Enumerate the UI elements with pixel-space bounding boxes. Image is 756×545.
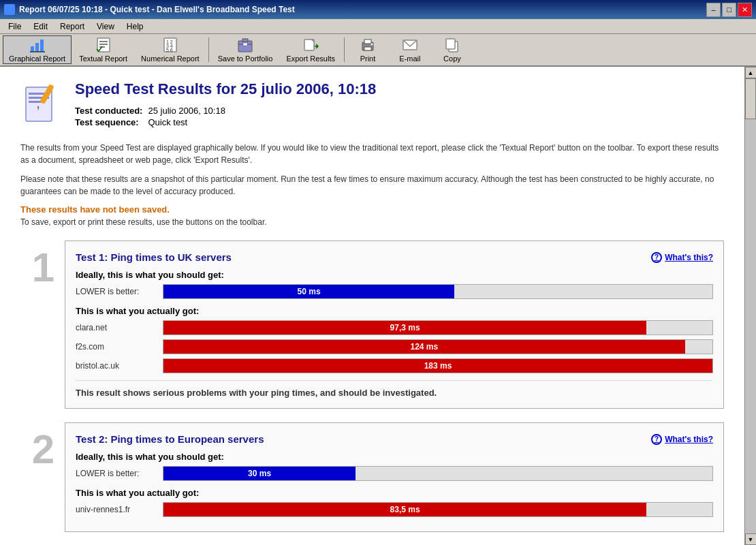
server-name-1-0: clara.net	[76, 323, 157, 332]
sequence-label: Test sequence:	[75, 116, 148, 128]
svg-rect-13	[242, 39, 248, 42]
maximize-button[interactable]: □	[722, 3, 736, 17]
ideal-label-2: Ideally, this is what you should get:	[76, 452, 713, 462]
test-box-1: Test 1: Ping times to UK servers ? What'…	[65, 240, 724, 409]
header-table: Test conducted: 25 julio 2006, 10:18 Tes…	[75, 105, 231, 128]
server-bar-row-1-0: clara.net 97,3 ms	[76, 320, 713, 335]
toolbar-copy[interactable]: Copy	[432, 35, 473, 64]
toolbar-numerical[interactable]: 1 2 3 4 5 6 Numerical Report	[135, 35, 206, 64]
server-bar-fill-1-2: 183 ms	[163, 359, 712, 373]
svg-rect-24	[446, 39, 455, 49]
copy-icon	[444, 37, 460, 53]
header-section: Speed Test Results for 25 julio 2006, 10…	[20, 80, 724, 128]
server-bar-fill-2-0: 83,5 ms	[163, 503, 646, 516]
scroll-up-arrow[interactable]: ▲	[745, 67, 757, 78]
copy-label: Copy	[443, 54, 461, 63]
what-this-2[interactable]: ? What's this?	[651, 434, 713, 445]
menu-help[interactable]: Help	[121, 20, 149, 33]
report-title: Speed Test Results for 25 julio 2006, 10…	[75, 80, 376, 98]
ideal-bar-2: 30 ms	[163, 466, 713, 481]
scroll-thumb[interactable]	[745, 78, 756, 119]
server-bar-fill-1-0: 97,3 ms	[163, 321, 646, 334]
svg-rect-28	[29, 101, 42, 103]
ideal-bar-value-1: 50 ms	[298, 287, 321, 296]
lower-label-1: LOWER is better:	[76, 287, 157, 296]
ideal-label-1: Ideally, this is what you should get:	[76, 270, 713, 280]
server-name-1-1: f2s.com	[76, 342, 157, 352]
description-para2: Please note that these results are a sna…	[20, 173, 724, 198]
sequence-value: Quick test	[148, 116, 230, 128]
server-bar-fill-1-1: 124 ms	[163, 340, 685, 354]
scroll-track[interactable]	[745, 78, 756, 533]
server-bar-1-1: 124 ms	[163, 339, 713, 354]
toolbar-email[interactable]: E-mail	[390, 35, 430, 64]
server-bar-1-0: 97,3 ms	[163, 320, 713, 335]
svg-rect-2	[40, 40, 44, 52]
server-bar-row-1-2: bristol.ac.uk 183 ms	[76, 358, 713, 373]
svg-rect-12	[238, 41, 252, 52]
server-bar-1-2: 183 ms	[163, 358, 713, 373]
window-title: Report 06/07/25 10:18 - Quick test - Dan…	[19, 5, 295, 14]
toolbar: Graphical Report Textual Report 1 2 3 4 …	[0, 34, 756, 67]
server-value-1-0: 97,3 ms	[390, 323, 420, 332]
svg-rect-15	[243, 43, 247, 46]
toolbar-graphical[interactable]: Graphical Report	[3, 35, 72, 64]
print-label: Print	[360, 54, 376, 63]
test-title-2: Test 2: Ping times to European servers ?…	[76, 433, 713, 445]
app-icon	[4, 4, 15, 15]
scroll-down-arrow[interactable]: ▼	[745, 533, 757, 545]
svg-text:5 6: 5 6	[166, 48, 173, 52]
what-this-1[interactable]: ? What's this?	[651, 252, 713, 263]
toolbar-print[interactable]: Print	[347, 35, 388, 64]
menu-file[interactable]: File	[3, 20, 27, 33]
test-number-1: 1	[20, 240, 54, 288]
portfolio-icon	[237, 37, 253, 53]
svg-rect-20	[364, 47, 371, 50]
help-icon-2: ?	[651, 434, 662, 445]
test-section-2: 2 Test 2: Ping times to European servers…	[20, 422, 724, 532]
menu-view[interactable]: View	[91, 20, 120, 33]
title-bar: Report 06/07/25 10:18 - Quick test - Dan…	[0, 0, 756, 19]
ideal-bar-row-2: LOWER is better: 30 ms	[76, 466, 713, 481]
test-box-2: Test 2: Ping times to European servers ?…	[65, 422, 724, 532]
toolbar-textual[interactable]: Textual Report	[73, 35, 133, 64]
help-icon-1: ?	[651, 252, 662, 263]
test-2-title-text: Test 2: Ping times to European servers	[76, 433, 264, 445]
menu-report[interactable]: Report	[54, 20, 90, 33]
test-number-2: 2	[20, 422, 54, 470]
svg-rect-19	[364, 40, 371, 44]
minimize-button[interactable]: –	[706, 3, 721, 17]
print-icon	[360, 37, 376, 53]
scrollbar[interactable]: ▲ ▼	[744, 67, 756, 545]
toolbar-export[interactable]: Export Results	[280, 35, 341, 64]
close-button[interactable]: ✕	[738, 3, 752, 17]
test-1-title-text: Test 1: Ping times to UK servers	[76, 251, 232, 263]
menu-bar: File Edit Report View Help	[0, 19, 756, 34]
header-text: Speed Test Results for 25 julio 2006, 10…	[75, 80, 376, 128]
svg-rect-0	[31, 46, 34, 52]
numerical-label: Numerical Report	[141, 54, 200, 63]
toolbar-separator-2	[344, 37, 345, 62]
textual-label: Textual Report	[79, 54, 127, 63]
server-value-1-2: 183 ms	[424, 361, 452, 371]
toolbar-portfolio[interactable]: Save to Portfolio	[212, 35, 279, 64]
test-section-1: 1 Test 1: Ping times to UK servers ? Wha…	[20, 240, 724, 409]
email-label: E-mail	[399, 54, 420, 63]
conducted-value: 25 julio 2006, 10:18	[148, 105, 230, 116]
email-icon	[402, 37, 418, 53]
actual-label-1: This is what you actually got:	[76, 306, 713, 316]
graphical-icon	[29, 37, 46, 53]
server-bar-row-1-1: f2s.com 124 ms	[76, 339, 713, 354]
window-controls[interactable]: – □ ✕	[706, 3, 752, 17]
what-this-2-label: What's this?	[665, 435, 713, 444]
ideal-bar-fill-1: 50 ms	[163, 285, 454, 298]
test-title-1: Test 1: Ping times to UK servers ? What'…	[76, 251, 713, 263]
menu-edit[interactable]: Edit	[28, 20, 53, 33]
result-note-1: This result shows serious problems with …	[76, 380, 713, 398]
header-icon	[20, 80, 61, 128]
svg-point-21	[371, 44, 373, 46]
content-area: Speed Test Results for 25 julio 2006, 10…	[0, 67, 744, 545]
main-area: Speed Test Results for 25 julio 2006, 10…	[0, 67, 756, 545]
textual-icon	[95, 37, 112, 53]
numerical-icon: 1 2 3 4 5 6	[162, 37, 178, 53]
